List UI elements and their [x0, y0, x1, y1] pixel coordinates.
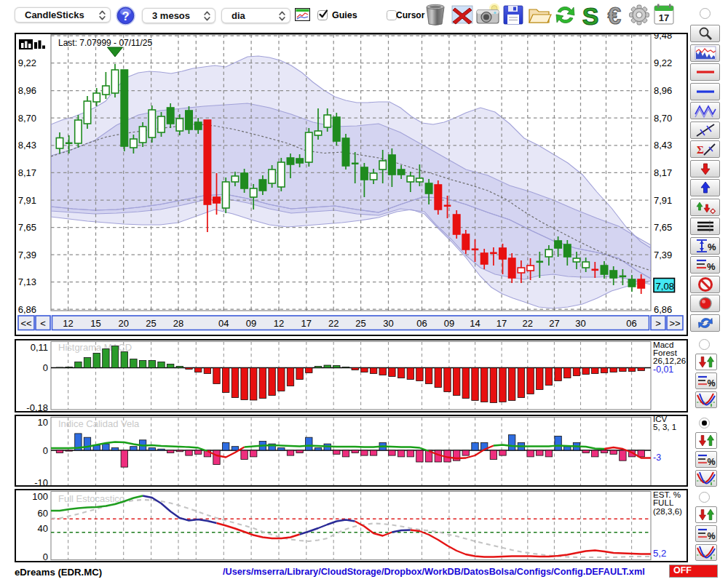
svg-text:?: ?: [122, 9, 129, 23]
svg-text:Σ: Σ: [697, 144, 704, 156]
svg-text:8,17: 8,17: [654, 167, 672, 178]
svg-text:0: 0: [43, 445, 48, 456]
svg-text:8,70: 8,70: [654, 113, 672, 124]
svg-text:S: S: [582, 3, 599, 26]
svg-text:<: <: [40, 318, 46, 329]
svg-text:-10: -10: [34, 477, 48, 485]
svg-text:%: %: [708, 531, 716, 541]
svg-text:7,91: 7,91: [18, 195, 36, 206]
svg-text:9,22: 9,22: [654, 57, 672, 68]
svg-text:100: 100: [32, 491, 48, 502]
svg-text:%: %: [708, 378, 716, 388]
svg-text:06: 06: [416, 318, 427, 329]
svg-text:%: %: [708, 457, 716, 467]
svg-text:Full Estocastico: Full Estocastico: [58, 493, 124, 504]
svg-text:9,22: 9,22: [18, 57, 36, 68]
svg-text:15: 15: [90, 318, 100, 329]
svg-text:6,86: 6,86: [18, 304, 36, 315]
svg-text:28: 28: [173, 318, 183, 329]
svg-text:7,13: 7,13: [18, 276, 36, 287]
svg-text:7,39: 7,39: [654, 250, 672, 260]
svg-text:8,17: 8,17: [18, 167, 36, 178]
svg-text:Histgrama MACD: Histgrama MACD: [58, 342, 132, 353]
svg-text:5,2: 5,2: [653, 548, 666, 559]
svg-text:%: %: [708, 242, 716, 252]
svg-text:(28,3,6): (28,3,6): [653, 506, 682, 516]
svg-text:8,96: 8,96: [654, 85, 672, 96]
svg-text:20: 20: [118, 318, 128, 329]
svg-text:12: 12: [63, 318, 73, 329]
svg-text:10: 10: [38, 417, 48, 428]
svg-text:7,65: 7,65: [18, 222, 36, 233]
svg-text:60: 60: [38, 508, 48, 519]
svg-text:06: 06: [626, 318, 636, 329]
svg-text:8,70: 8,70: [18, 113, 36, 124]
svg-text:%: %: [707, 261, 716, 272]
svg-text:30: 30: [383, 318, 393, 329]
svg-text:-3: -3: [653, 453, 661, 463]
svg-text:17: 17: [496, 318, 507, 329]
svg-text:>>: >>: [669, 318, 680, 329]
svg-text:5, 3, 1: 5, 3, 1: [653, 422, 676, 431]
svg-text:7,65: 7,65: [654, 222, 672, 233]
svg-text:09: 09: [246, 318, 256, 329]
svg-text:22: 22: [328, 318, 339, 329]
svg-text:09: 09: [444, 318, 454, 329]
svg-text:0: 0: [43, 551, 48, 562]
svg-text:7,91: 7,91: [654, 195, 672, 206]
svg-text:40: 40: [38, 523, 48, 534]
svg-text:14: 14: [470, 318, 480, 329]
svg-text:27: 27: [549, 318, 559, 329]
svg-text:7,08: 7,08: [656, 281, 675, 292]
svg-text:Last: 7.07999 - 07/11/25: Last: 7.07999 - 07/11/25: [58, 38, 153, 48]
svg-text:9,48: 9,48: [654, 34, 672, 41]
svg-text:-0,01: -0,01: [653, 364, 673, 375]
svg-text:6,86: 6,86: [654, 304, 672, 315]
svg-text:12: 12: [274, 318, 284, 329]
svg-text:25: 25: [146, 318, 156, 329]
svg-text:8,43: 8,43: [654, 140, 672, 151]
svg-text:7,39: 7,39: [18, 250, 36, 260]
svg-text:04: 04: [218, 318, 229, 329]
svg-text:<<: <<: [20, 318, 31, 329]
svg-text:17: 17: [659, 12, 669, 23]
svg-text:30: 30: [575, 318, 585, 329]
svg-text:0,11: 0,11: [31, 342, 48, 353]
svg-text:8,43: 8,43: [18, 140, 36, 151]
svg-text:0: 0: [43, 362, 48, 373]
svg-text:8,96: 8,96: [18, 85, 36, 96]
svg-text:€: €: [608, 3, 621, 26]
svg-text:>: >: [655, 318, 661, 329]
svg-text:-0,18: -0,18: [26, 402, 48, 411]
svg-text:25: 25: [355, 318, 365, 329]
svg-text:Indice Calidad Vela: Indice Calidad Vela: [58, 418, 140, 429]
svg-text:22: 22: [523, 318, 533, 329]
svg-text:17: 17: [301, 318, 312, 329]
